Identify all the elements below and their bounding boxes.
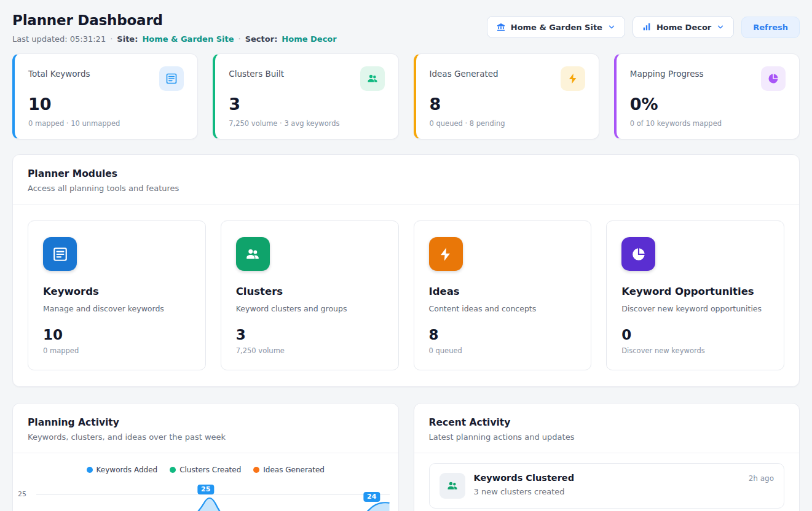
modules-grid: Keywords Manage and discover keywords 10… bbox=[13, 205, 799, 386]
module-title: Clusters bbox=[236, 286, 384, 297]
module-detail: 0 queued bbox=[429, 346, 577, 355]
sector-dropdown[interactable]: Home Decor bbox=[633, 16, 734, 38]
site-dropdown[interactable]: Home & Garden Site bbox=[487, 16, 625, 38]
recent-activity-panel: Recent Activity Latest planning actions … bbox=[414, 403, 800, 511]
modules-subtitle: Access all planning tools and features bbox=[28, 184, 784, 193]
module-card-clusters[interactable]: Clusters Keyword clusters and groups 3 7… bbox=[221, 220, 399, 370]
legend-label: Clusters Created bbox=[179, 466, 241, 474]
legend-label: Ideas Generated bbox=[263, 466, 325, 474]
module-title: Ideas bbox=[429, 286, 577, 297]
module-detail: 7,250 volume bbox=[236, 346, 384, 355]
recent-activity-subtitle: Latest planning actions and updates bbox=[429, 432, 785, 442]
module-title: Keyword Opportunities bbox=[621, 286, 769, 297]
legend-item-clusters-created: Clusters Created bbox=[170, 466, 241, 474]
chevron-down-icon bbox=[607, 23, 616, 31]
modules-title: Planner Modules bbox=[28, 168, 784, 179]
sector-label: Sector: bbox=[245, 34, 278, 44]
stat-card-total-keywords: Total Keywords 10 0 mapped · 10 unmapped bbox=[12, 53, 198, 139]
bolt-icon bbox=[429, 237, 463, 271]
document-icon bbox=[159, 66, 184, 91]
activity-list-item: Keywords Clustered 3 new clusters create… bbox=[429, 463, 785, 509]
planning-activity-panel: Planning Activity Keywords, clusters, an… bbox=[12, 403, 399, 511]
planner-modules-card: Planner Modules Access all planning tool… bbox=[12, 154, 800, 387]
building-icon bbox=[496, 22, 506, 32]
module-description: Content ideas and concepts bbox=[429, 304, 577, 313]
stat-detail: 0 mapped · 10 unmapped bbox=[28, 119, 184, 128]
refresh-button[interactable]: Refresh bbox=[741, 17, 800, 38]
stat-value: 8 bbox=[430, 95, 585, 114]
pie-icon bbox=[761, 66, 786, 91]
data-point-label: 24 bbox=[363, 492, 380, 502]
stat-label: Ideas Generated bbox=[430, 66, 499, 79]
pie-icon bbox=[621, 237, 655, 271]
legend-item-ideas-generated: Ideas Generated bbox=[253, 466, 325, 474]
stat-detail: 0 of 10 keywords mapped bbox=[630, 119, 786, 128]
activity-item-text: Keywords Clustered 3 new clusters create… bbox=[474, 473, 740, 496]
planner-dashboard-page: Planner Dashboard Last updated: 05:31:21… bbox=[0, 0, 812, 511]
module-description: Manage and discover keywords bbox=[43, 304, 191, 313]
recent-activity-title: Recent Activity bbox=[429, 417, 785, 428]
module-detail: 0 mapped bbox=[43, 346, 191, 355]
legend-label: Keywords Added bbox=[97, 466, 158, 474]
activity-item-title: Keywords Clustered bbox=[474, 473, 740, 483]
module-description: Discover new keyword opportunities bbox=[621, 304, 769, 313]
module-detail: Discover new keywords bbox=[621, 346, 769, 355]
activity-area-chart: 25 25 24 bbox=[13, 484, 398, 511]
header-controls: Home & Garden Site Home Decor Refresh bbox=[487, 16, 800, 38]
module-value: 0 bbox=[621, 327, 769, 343]
stat-value: 3 bbox=[229, 95, 384, 114]
users-icon bbox=[440, 473, 465, 499]
planning-activity-header: Planning Activity Keywords, clusters, an… bbox=[13, 404, 398, 453]
stat-detail: 0 queued · 8 pending bbox=[430, 119, 585, 128]
module-value: 8 bbox=[429, 327, 577, 343]
stats-row: Total Keywords 10 0 mapped · 10 unmapped… bbox=[12, 53, 800, 139]
planning-activity-title: Planning Activity bbox=[28, 417, 384, 428]
page-title: Planner Dashboard bbox=[12, 12, 337, 28]
legend-dot bbox=[253, 467, 259, 473]
separator-dot: · bbox=[110, 34, 112, 44]
last-updated-text: Last updated: 05:31:21 bbox=[12, 34, 106, 44]
activity-item-description: 3 new clusters created bbox=[474, 487, 740, 496]
legend-item-keywords-added: Keywords Added bbox=[87, 466, 158, 474]
modules-header: Planner Modules Access all planning tool… bbox=[13, 155, 799, 205]
recent-activity-header: Recent Activity Latest planning actions … bbox=[414, 404, 800, 453]
sector-dropdown-label: Home Decor bbox=[656, 23, 711, 32]
legend-dot bbox=[87, 467, 93, 473]
module-card-ideas[interactable]: Ideas Content ideas and concepts 8 0 que… bbox=[414, 220, 592, 370]
bottom-row: Planning Activity Keywords, clusters, an… bbox=[12, 403, 800, 511]
stat-card-ideas-generated: Ideas Generated 8 0 queued · 8 pending bbox=[414, 53, 599, 139]
module-description: Keyword clusters and groups bbox=[236, 304, 384, 313]
stat-card-mapping-progress: Mapping Progress 0% 0 of 10 keywords map… bbox=[614, 53, 800, 139]
module-card-keyword-opportunities[interactable]: Keyword Opportunities Discover new keywo… bbox=[606, 220, 784, 370]
module-value: 3 bbox=[236, 327, 384, 343]
data-point-label: 25 bbox=[197, 485, 214, 494]
sector-link[interactable]: Home Decor bbox=[282, 34, 336, 44]
planning-activity-subtitle: Keywords, clusters, and ideas over the p… bbox=[28, 432, 384, 442]
activity-item-timestamp: 2h ago bbox=[749, 473, 774, 483]
users-icon bbox=[236, 237, 270, 271]
users-icon bbox=[360, 66, 385, 91]
chart-legend: Keywords Added Clusters Created Ideas Ge… bbox=[13, 453, 398, 474]
stat-card-clusters-built: Clusters Built 3 7,250 volume · 3 avg ke… bbox=[213, 53, 398, 139]
page-header: Planner Dashboard Last updated: 05:31:21… bbox=[12, 12, 800, 44]
stat-label: Mapping Progress bbox=[630, 66, 704, 79]
stat-detail: 7,250 volume · 3 avg keywords bbox=[229, 119, 384, 128]
stat-label: Total Keywords bbox=[28, 66, 90, 79]
site-dropdown-label: Home & Garden Site bbox=[511, 23, 602, 32]
stat-value: 0% bbox=[630, 95, 786, 114]
site-link[interactable]: Home & Garden Site bbox=[142, 34, 234, 44]
site-label: Site: bbox=[117, 34, 138, 44]
module-card-keywords[interactable]: Keywords Manage and discover keywords 10… bbox=[28, 220, 206, 370]
stat-label: Clusters Built bbox=[229, 66, 284, 79]
header-left: Planner Dashboard Last updated: 05:31:21… bbox=[12, 12, 337, 44]
header-subline: Last updated: 05:31:21 · Site: Home & Ga… bbox=[12, 34, 337, 44]
bolt-icon bbox=[561, 66, 585, 91]
legend-dot bbox=[170, 467, 176, 473]
document-icon bbox=[43, 237, 77, 271]
stat-value: 10 bbox=[28, 95, 184, 114]
chevron-down-icon bbox=[716, 23, 725, 31]
bar-chart-icon bbox=[642, 22, 652, 32]
module-value: 10 bbox=[43, 327, 191, 343]
separator-dot: · bbox=[238, 34, 241, 44]
y-axis-tick: 25 bbox=[18, 490, 26, 498]
